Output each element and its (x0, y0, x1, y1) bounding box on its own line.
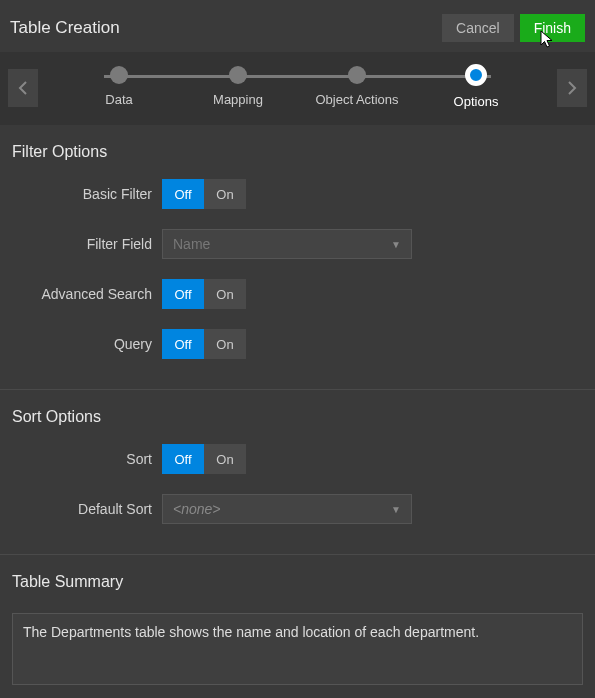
sort-toggle: Off On (162, 444, 246, 474)
sort-row: Sort Off On (12, 444, 583, 474)
filter-options-section: Filter Options Basic Filter Off On Filte… (0, 125, 595, 383)
query-toggle: Off On (162, 329, 246, 359)
sort-on[interactable]: On (204, 444, 246, 474)
step-dot-active (465, 64, 487, 86)
section-title: Filter Options (12, 143, 583, 161)
table-summary-section: Table Summary (0, 555, 595, 613)
advanced-search-label: Advanced Search (12, 286, 162, 302)
default-sort-value: <none> (173, 501, 221, 517)
step-dot (348, 66, 366, 84)
step-object-actions[interactable]: Object Actions (302, 66, 412, 107)
basic-filter-toggle: Off On (162, 179, 246, 209)
chevron-left-icon (18, 81, 28, 95)
filter-field-select[interactable]: Name ▼ (162, 229, 412, 259)
advanced-search-row: Advanced Search Off On (12, 279, 583, 309)
section-title: Table Summary (12, 573, 583, 591)
advanced-search-toggle: Off On (162, 279, 246, 309)
basic-filter-row: Basic Filter Off On (12, 179, 583, 209)
chevron-right-icon (567, 81, 577, 95)
query-on[interactable]: On (204, 329, 246, 359)
advanced-search-off[interactable]: Off (162, 279, 204, 309)
cancel-button[interactable]: Cancel (442, 14, 514, 42)
table-summary-input[interactable] (12, 613, 583, 685)
default-sort-row: Default Sort <none> ▼ (12, 494, 583, 524)
filter-field-row: Filter Field Name ▼ (12, 229, 583, 259)
stepper-prev-button[interactable] (8, 69, 38, 107)
step-label: Options (454, 94, 499, 109)
step-dot (110, 66, 128, 84)
sort-options-section: Sort Options Sort Off On Default Sort <n… (0, 390, 595, 548)
basic-filter-label: Basic Filter (12, 186, 162, 202)
advanced-search-on[interactable]: On (204, 279, 246, 309)
step-dot (229, 66, 247, 84)
finish-button[interactable]: Finish (520, 14, 585, 42)
default-sort-label: Default Sort (12, 501, 162, 517)
step-data[interactable]: Data (64, 66, 174, 107)
page-title: Table Creation (10, 18, 120, 38)
table-summary-wrap (0, 613, 595, 688)
header: Table Creation Cancel Finish (0, 0, 595, 52)
chevron-down-icon: ▼ (391, 239, 401, 250)
finish-button-label: Finish (534, 20, 571, 36)
query-label: Query (12, 336, 162, 352)
query-row: Query Off On (12, 329, 583, 359)
basic-filter-off[interactable]: Off (162, 179, 204, 209)
chevron-down-icon: ▼ (391, 504, 401, 515)
stepper: Data Mapping Object Actions Options (0, 52, 595, 125)
step-label: Mapping (213, 92, 263, 107)
step-mapping[interactable]: Mapping (183, 66, 293, 107)
filter-field-label: Filter Field (12, 236, 162, 252)
default-sort-select[interactable]: <none> ▼ (162, 494, 412, 524)
basic-filter-on[interactable]: On (204, 179, 246, 209)
filter-field-value: Name (173, 236, 210, 252)
step-label: Data (105, 92, 132, 107)
section-title: Sort Options (12, 408, 583, 426)
stepper-track: Data Mapping Object Actions Options (44, 66, 551, 109)
query-off[interactable]: Off (162, 329, 204, 359)
header-buttons: Cancel Finish (442, 14, 585, 42)
stepper-next-button[interactable] (557, 69, 587, 107)
sort-label: Sort (12, 451, 162, 467)
step-options[interactable]: Options (421, 66, 531, 109)
sort-off[interactable]: Off (162, 444, 204, 474)
step-label: Object Actions (315, 92, 398, 107)
